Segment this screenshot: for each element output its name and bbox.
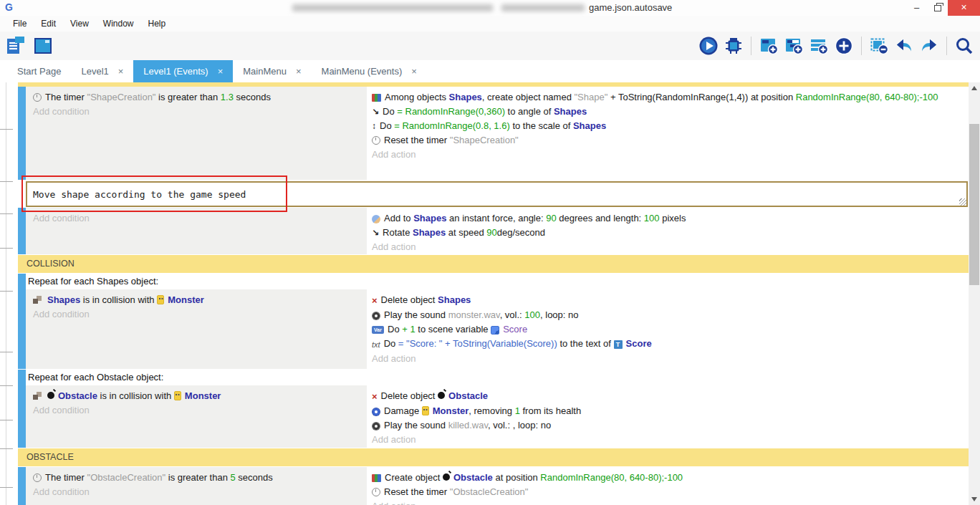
action-line[interactable]: ↕Do = RandomInRange(0.8, 1.6) to the sca… (372, 119, 964, 133)
text-segment: seconds (236, 472, 273, 483)
scroll-down-arrow[interactable] (971, 497, 977, 501)
tab-mainmenu-events[interactable]: MainMenu (Events)× (312, 60, 427, 82)
repeat-event-label[interactable]: Repeat for each Shapes object: (26, 274, 969, 289)
tab-level1[interactable]: Level1× (71, 60, 133, 82)
condition-line[interactable]: The timer "ObstacleCreation" is greater … (33, 471, 361, 485)
add-condition-link[interactable]: Add condition (33, 211, 361, 226)
event-row[interactable]: Repeat for each Obstacle object:Obstacle… (18, 370, 969, 448)
toolbar-left (6, 35, 54, 57)
event-row[interactable]: Repeat for each Shapes object:Shapes is … (18, 274, 969, 369)
start-page-icon[interactable] (32, 35, 54, 57)
add-new-icon[interactable] (834, 36, 854, 56)
action-line[interactable]: Reset the timer "ObstacleCreation" (372, 485, 964, 499)
group-header-obstacle[interactable]: OBSTACLE (18, 448, 969, 466)
text-segment: killed.wav (448, 420, 488, 431)
debug-icon[interactable] (724, 36, 744, 56)
tab-start-page[interactable]: Start Page (7, 60, 71, 82)
text-segment: Play the sound (384, 420, 448, 431)
play-icon[interactable] (698, 36, 719, 56)
text-segment: is greater than (165, 472, 230, 483)
add-action-link[interactable]: Add action (372, 352, 964, 366)
event-handle-bar[interactable] (18, 274, 26, 369)
event-row[interactable]: Add conditionAdd to Shapes an instant fo… (18, 208, 969, 254)
repeat-event-label[interactable]: Repeat for each Obstacle object: (26, 370, 969, 385)
add-condition-link[interactable]: Add condition (33, 105, 361, 119)
event-handle-bar[interactable] (18, 467, 26, 505)
text-segment: degrees and length: (557, 213, 644, 223)
text-segment: "ObstacleCreation" (450, 486, 529, 497)
tab-close-icon[interactable]: × (118, 66, 124, 77)
scrollbar-thumb[interactable] (969, 124, 979, 285)
redo-icon[interactable] (919, 36, 939, 56)
event-boundary-tick (0, 291, 13, 292)
event-row[interactable]: The timer "ShapeCreation" is greater tha… (18, 87, 969, 180)
project-manager-icon[interactable] (6, 35, 27, 57)
add-subevent-icon[interactable] (784, 36, 804, 56)
action-line[interactable]: ×Delete object Obstacle (372, 389, 964, 404)
actions-column: ×Delete object ShapesPlay the sound mons… (368, 289, 969, 369)
action-line[interactable]: txtDo = "Score: " + ToString(Variable(Sc… (372, 337, 964, 352)
tab-level1-events[interactable]: Level1 (Events)× (133, 60, 233, 82)
tab-close-icon[interactable]: × (218, 66, 224, 77)
add-condition-link[interactable]: Add condition (33, 403, 361, 418)
event-row[interactable]: The timer "ObstacleCreation" is greater … (18, 467, 969, 505)
add-comment-icon[interactable] (809, 36, 829, 56)
action-line[interactable]: ↘Do = RandomInRange(0,360) to angle of S… (372, 105, 964, 119)
text-segment: RandomInRange(80, 640-80);-100 (796, 92, 938, 102)
condition-line[interactable]: Obstacle is in collision with Monster (33, 389, 361, 403)
resize-grip-icon[interactable] (959, 198, 966, 206)
rotate-icon: ↘ (372, 226, 379, 240)
action-line[interactable]: Add to Shapes an instant force, angle: 9… (372, 211, 964, 226)
add-condition-link[interactable]: Add condition (33, 485, 361, 499)
window-title: game.json.autosave (589, 2, 672, 13)
tab-label: MainMenu (243, 66, 287, 77)
actions-column: ×Delete object ObstacleDamage Monster, r… (368, 385, 969, 448)
menu-item-window[interactable]: Window (96, 19, 141, 29)
tab-close-icon[interactable]: × (296, 66, 302, 77)
action-line[interactable]: Among objects Shapes, create object name… (372, 90, 964, 105)
minimize-button[interactable]: – (906, 0, 927, 16)
text-segment: to angle of (505, 106, 554, 117)
action-line[interactable]: Create object Obstacle at position Rando… (372, 471, 964, 485)
close-button[interactable]: × (948, 0, 980, 16)
action-line[interactable]: Damage Monster, removing 1 from its heal… (372, 404, 964, 418)
maximize-button[interactable] (927, 0, 948, 16)
conditions-column: The timer "ObstacleCreation" is greater … (26, 467, 368, 505)
conditions-column: Obstacle is in collision with MonsterAdd… (26, 385, 368, 448)
search-icon[interactable] (954, 36, 974, 56)
action-line[interactable]: VarDo + 1 to scene variable Score (372, 322, 964, 337)
vertical-scrollbar[interactable] (969, 82, 980, 505)
action-line[interactable]: Play the sound monster.wav, vol.: 100, l… (372, 308, 964, 322)
remove-event-icon[interactable] (869, 36, 889, 56)
undo-icon[interactable] (894, 36, 914, 56)
tab-close-icon[interactable]: × (411, 66, 417, 77)
add-condition-link[interactable]: Add condition (33, 307, 361, 322)
event-handle-bar[interactable] (18, 87, 26, 180)
condition-line[interactable]: The timer "ShapeCreation" is greater tha… (33, 90, 361, 105)
bomb-icon (47, 392, 54, 399)
text-segment: , create object named (482, 92, 575, 102)
tab-mainmenu[interactable]: MainMenu× (233, 60, 311, 82)
scroll-up-arrow[interactable] (971, 86, 977, 90)
add-action-link[interactable]: Add action (372, 148, 964, 162)
group-header-collision[interactable]: COLLISION (18, 255, 969, 273)
action-line[interactable]: Play the sound killed.wav, vol.: , loop:… (372, 418, 964, 433)
event-handle-bar[interactable] (18, 208, 26, 254)
tab-label: MainMenu (Events) (322, 66, 403, 77)
add-action-link[interactable]: Add action (372, 499, 964, 505)
add-action-link[interactable]: Add action (372, 240, 964, 254)
action-line[interactable]: Reset the timer "ShapeCreation" (372, 133, 964, 148)
action-line[interactable]: ↘Rotate Shapes at speed 90deg/second (372, 226, 964, 240)
condition-line[interactable]: Shapes is in collision with Monster (33, 293, 361, 307)
menu-item-help[interactable]: Help (141, 19, 173, 29)
menu-item-edit[interactable]: Edit (34, 19, 63, 29)
menu-item-view[interactable]: View (63, 19, 96, 29)
add-action-link[interactable]: Add action (372, 433, 964, 447)
bomb-icon (438, 392, 445, 399)
action-line[interactable]: ×Delete object Shapes (372, 293, 964, 308)
events-sheet: The timer "ShapeCreation" is greater tha… (0, 82, 980, 505)
menu-item-file[interactable]: File (6, 19, 34, 29)
comment-input[interactable]: Move shape according to the game speed (26, 181, 968, 207)
add-event-icon[interactable] (759, 36, 779, 56)
event-handle-bar[interactable] (18, 370, 26, 448)
